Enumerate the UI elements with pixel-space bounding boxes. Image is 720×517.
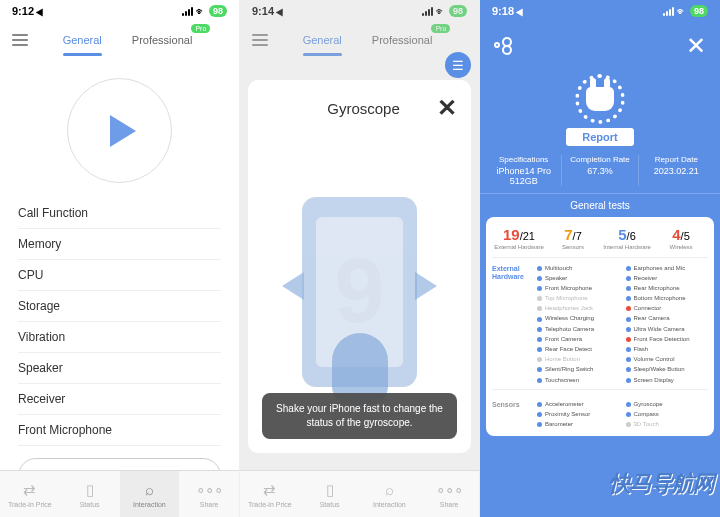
- nav-status[interactable]: ▯Status: [300, 471, 360, 517]
- play-button[interactable]: [67, 78, 172, 183]
- stat-external: 19/21External Hardware: [492, 226, 546, 250]
- result-item: Connector: [626, 304, 709, 314]
- category-sensors: Sensors: [492, 399, 537, 430]
- nav-interaction[interactable]: ⌕Interaction: [120, 471, 180, 517]
- location-icon: [516, 6, 526, 16]
- test-item[interactable]: Front Microphone: [18, 415, 221, 446]
- category-external: External Hardware: [492, 263, 537, 385]
- stat-sensors: 7/7Sensors: [546, 226, 600, 250]
- bottom-nav: ⇄Trade-in Price ▯Status ⌕Interaction ∘∘∘…: [240, 470, 479, 517]
- nav-share[interactable]: ∘∘∘Share: [179, 471, 239, 517]
- nav-trade-in[interactable]: ⇄Trade-in Price: [240, 471, 300, 517]
- stat-wireless: 4/5Wireless: [654, 226, 708, 250]
- menu-icon[interactable]: [12, 34, 28, 46]
- test-item[interactable]: Receiver: [18, 384, 221, 415]
- test-item[interactable]: Memory: [18, 229, 221, 260]
- result-item: Proximity Sensor: [537, 409, 620, 419]
- stat-internal: 5/6Internal Hardware: [600, 226, 654, 250]
- status-bar: 9:12 ᯤ 98: [0, 0, 239, 22]
- test-item[interactable]: Call Function: [18, 198, 221, 229]
- result-item: Bottom Microphone: [626, 294, 709, 304]
- arrow-left-icon: [282, 272, 304, 300]
- result-item: Top Microphone: [537, 294, 620, 304]
- result-item: Front Face Detection: [626, 334, 709, 344]
- close-icon[interactable]: ✕: [686, 32, 706, 60]
- report-badge: Report: [480, 70, 720, 148]
- result-item: Accelerometer: [537, 399, 620, 409]
- result-item: 3D Touch: [626, 420, 709, 430]
- test-item[interactable]: CPU: [18, 260, 221, 291]
- result-item: Rear Microphone: [626, 283, 709, 293]
- toast-message: Shake your iPhone fast to change the sta…: [262, 393, 457, 439]
- result-item: Speaker: [537, 273, 620, 283]
- trade-icon: ⇄: [263, 481, 276, 499]
- section-title: General tests: [480, 194, 720, 217]
- arrow-right-icon: [415, 272, 437, 300]
- result-item: Compass: [626, 409, 709, 419]
- result-item: Wireless Charging: [537, 314, 620, 324]
- test-item[interactable]: Vibration: [18, 322, 221, 353]
- signal-icon: [182, 7, 193, 16]
- share-icon: ∘∘∘: [196, 481, 223, 499]
- result-item: Touchscreen: [537, 375, 620, 385]
- result-item: Screen Display: [626, 375, 709, 385]
- result-item: Receiver: [626, 273, 709, 283]
- tab-general[interactable]: General: [63, 30, 102, 50]
- phone-icon: ▯: [326, 481, 334, 499]
- info-row: SpecificationsiPhone14 Pro 512GB Complet…: [480, 148, 720, 194]
- gyroscope-modal: Gyroscope ✕ 9 Shake your iPhone fast to …: [248, 80, 471, 453]
- nav-status[interactable]: ▯Status: [60, 471, 120, 517]
- nav-trade-in[interactable]: ⇄Trade-in Price: [0, 471, 60, 517]
- result-item: Headphones Jack: [537, 304, 620, 314]
- time: 9:12: [12, 5, 34, 17]
- result-item: Barometer: [537, 420, 620, 430]
- location-icon: [36, 6, 46, 16]
- test-item[interactable]: Speaker: [18, 353, 221, 384]
- wifi-icon: ᯤ: [196, 6, 206, 17]
- result-item: Earphones and Mic: [626, 263, 709, 273]
- share-icon[interactable]: [494, 37, 512, 55]
- result-item: Gyroscope: [626, 399, 709, 409]
- play-icon: [110, 115, 136, 147]
- fab-button[interactable]: ☰: [445, 52, 471, 78]
- wifi-icon: ᯤ: [677, 6, 687, 17]
- result-item: Sleep/Wake Button: [626, 365, 709, 375]
- battery-icon: 98: [209, 5, 227, 17]
- share-icon: ∘∘∘: [436, 481, 463, 499]
- result-item: Telephoto Camera: [537, 324, 620, 334]
- test-item[interactable]: Storage: [18, 291, 221, 322]
- signal-icon: [663, 7, 674, 16]
- result-item: Home Button: [537, 355, 620, 365]
- result-item: Rear Camera: [626, 314, 709, 324]
- report-title: Report: [566, 128, 633, 146]
- status-bar: 9:18 ᯤ 98: [480, 0, 720, 22]
- time: 9:18: [492, 5, 514, 17]
- result-item: Volume Control: [626, 355, 709, 365]
- tab-professional[interactable]: Professional Pro: [132, 30, 193, 50]
- nav-share[interactable]: ∘∘∘Share: [419, 471, 479, 517]
- battery-icon: 98: [690, 5, 708, 17]
- result-item: Rear Face Detect: [537, 345, 620, 355]
- nav-interaction[interactable]: ⌕Interaction: [360, 471, 420, 517]
- result-item: Ultra Wide Camera: [626, 324, 709, 334]
- result-item: Flash: [626, 345, 709, 355]
- bunny-icon: [575, 74, 625, 124]
- pro-badge: Pro: [191, 24, 210, 33]
- report-card: 19/21External Hardware 7/7Sensors 5/6Int…: [486, 217, 714, 436]
- search-icon: ⌕: [385, 481, 394, 499]
- result-item: Front Camera: [537, 334, 620, 344]
- modal-title: Gyroscope: [290, 100, 437, 117]
- result-item: Multitouch: [537, 263, 620, 273]
- close-icon[interactable]: ✕: [437, 94, 457, 122]
- result-item: Silent/Ring Switch: [537, 365, 620, 375]
- bottom-nav: ⇄Trade-in Price ▯Status ⌕Interaction ∘∘∘…: [0, 470, 239, 517]
- test-list: Call Function Memory CPU Storage Vibrati…: [0, 198, 239, 446]
- phone-icon: ▯: [86, 481, 94, 499]
- search-icon: ⌕: [145, 481, 154, 499]
- result-item: Front Microphone: [537, 283, 620, 293]
- trade-icon: ⇄: [23, 481, 36, 499]
